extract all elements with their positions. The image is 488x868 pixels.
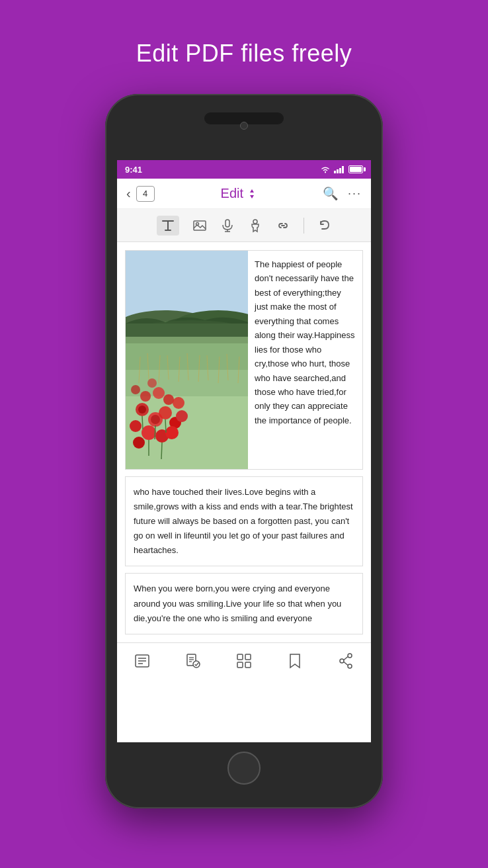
phone-shell: 9:41 [105,94,383,808]
svg-line-45 [142,416,143,429]
svg-point-34 [142,425,156,440]
bookmark-icon [286,652,304,670]
content-text-block-1: The happiest of people don't necessarily… [248,251,362,469]
content-area: The happiest of people don't necessarily… [117,242,371,642]
search-button[interactable]: 🔍 [323,186,339,201]
svg-point-6 [253,220,257,224]
status-time: 9:41 [125,165,142,175]
content-block-1: The happiest of people don't necessarily… [125,250,363,470]
edit-doc-icon [184,652,202,670]
toolbar-divider [304,218,304,234]
nav-list-button[interactable] [129,648,155,674]
svg-line-66 [344,657,348,660]
link-tool-button[interactable] [276,218,290,233]
figure-tool-button[interactable] [248,218,263,233]
flower-field-image [126,251,248,469]
svg-point-65 [348,664,352,668]
svg-point-36 [133,437,145,449]
share-icon [337,652,354,670]
image-tool-button[interactable] [192,218,207,233]
svg-rect-1 [194,221,206,230]
battery-icon [348,165,363,173]
status-icons [320,165,363,173]
svg-line-49 [161,443,162,459]
svg-line-47 [165,419,166,433]
phone-home-button[interactable] [227,752,261,785]
svg-point-44 [147,378,157,388]
edit-label[interactable]: Edit [221,186,243,201]
svg-point-63 [348,654,352,658]
svg-point-43 [173,397,184,409]
page-title: Edit PDF files freely [136,40,352,67]
svg-point-38 [176,410,188,422]
svg-point-58 [193,661,200,668]
list-icon [134,652,151,670]
nav-grid-button[interactable] [231,648,257,674]
text-tool-button[interactable] [157,216,179,236]
more-button[interactable]: ··· [348,187,362,200]
svg-point-0 [325,172,326,173]
top-bar-left: ‹ 4 [126,186,155,202]
svg-point-32 [159,406,172,419]
content-block-3: When you were born,you were crying and e… [125,573,363,634]
svg-point-40 [153,387,165,399]
wifi-icon [320,165,331,173]
svg-point-30 [151,415,160,424]
phone-screen: 9:41 [117,160,371,742]
svg-rect-62 [245,662,251,668]
page-number: 4 [143,189,147,198]
top-bar: ‹ 4 Edit 🔍 ··· [117,179,371,209]
mic-tool-button[interactable] [220,218,235,233]
top-bar-right: 🔍 ··· [323,186,362,201]
grid-icon [235,652,253,670]
link-icon [276,218,290,233]
top-bar-center: Edit [221,186,257,201]
text-icon [161,218,175,233]
svg-rect-61 [237,662,243,668]
svg-rect-3 [225,220,229,227]
toolbar [117,209,371,242]
back-button[interactable]: ‹ [126,186,131,201]
svg-point-31 [130,420,142,432]
svg-point-42 [131,385,140,394]
svg-rect-59 [237,654,243,660]
nav-bookmark-button[interactable] [282,648,308,674]
phone-camera [240,122,248,130]
figure-icon [248,218,263,233]
svg-point-64 [340,659,344,663]
bottom-nav [117,642,371,679]
svg-line-46 [155,425,155,439]
signal-icon [334,165,344,173]
svg-line-67 [344,662,348,666]
svg-point-28 [138,406,146,413]
svg-point-41 [163,394,174,405]
page-number-box: 4 [136,186,155,202]
svg-point-39 [140,391,151,402]
sort-icon[interactable] [247,188,257,200]
nav-share-button[interactable] [333,648,359,674]
content-image [126,251,248,469]
content-block-2: who have touched their lives.Love begins… [125,476,363,566]
phone-mockup: 9:41 [105,94,383,808]
mic-icon [220,218,235,233]
status-bar: 9:41 [117,160,371,179]
undo-button[interactable] [317,218,332,233]
image-icon [192,218,207,233]
undo-icon [317,218,332,233]
svg-point-37 [165,426,179,439]
nav-edit-doc-button[interactable] [180,648,206,674]
svg-rect-60 [245,654,251,660]
